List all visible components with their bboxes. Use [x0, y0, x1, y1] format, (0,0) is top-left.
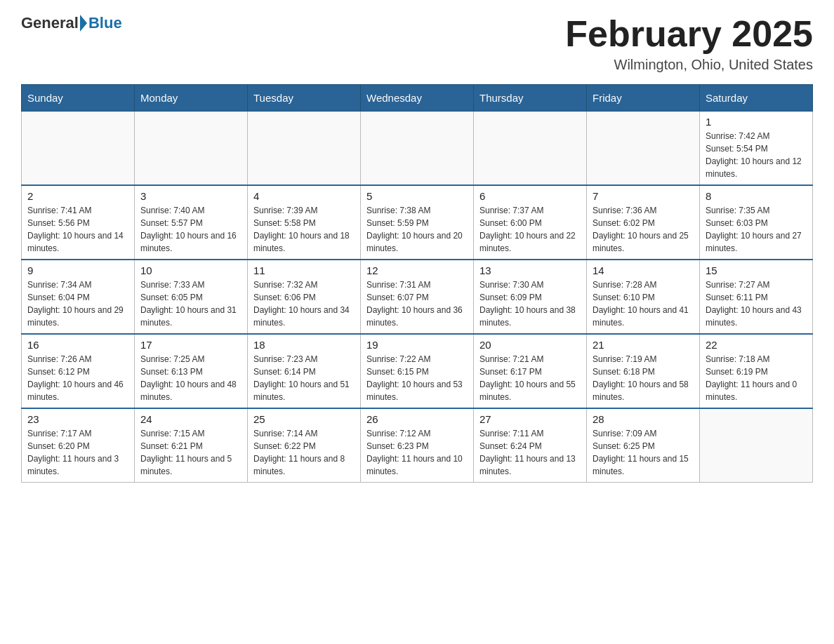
table-row: 26Sunrise: 7:12 AM Sunset: 6:23 PM Dayli…: [361, 408, 474, 483]
table-row: [248, 112, 361, 186]
day-number: 21: [593, 339, 694, 351]
col-saturday: Saturday: [700, 85, 813, 112]
day-info: Sunrise: 7:25 AM Sunset: 6:13 PM Dayligh…: [140, 353, 241, 403]
logo-arrow-icon: [80, 15, 87, 32]
day-number: 15: [706, 264, 807, 276]
table-row: 1Sunrise: 7:42 AM Sunset: 5:54 PM Daylig…: [700, 112, 813, 186]
day-number: 19: [366, 339, 468, 351]
table-row: 18Sunrise: 7:23 AM Sunset: 6:14 PM Dayli…: [248, 334, 361, 408]
day-info: Sunrise: 7:39 AM Sunset: 5:58 PM Dayligh…: [253, 204, 355, 255]
day-info: Sunrise: 7:42 AM Sunset: 5:54 PM Dayligh…: [706, 130, 807, 180]
table-row: 21Sunrise: 7:19 AM Sunset: 6:18 PM Dayli…: [587, 334, 700, 408]
logo: General Blue: [21, 14, 122, 32]
table-row: 13Sunrise: 7:30 AM Sunset: 6:09 PM Dayli…: [474, 260, 587, 334]
col-thursday: Thursday: [474, 85, 587, 112]
day-info: Sunrise: 7:15 AM Sunset: 6:21 PM Dayligh…: [140, 427, 241, 478]
day-info: Sunrise: 7:41 AM Sunset: 5:56 PM Dayligh…: [27, 204, 128, 255]
day-number: 20: [479, 339, 581, 351]
day-info: Sunrise: 7:33 AM Sunset: 6:05 PM Dayligh…: [140, 279, 241, 329]
table-row: 25Sunrise: 7:14 AM Sunset: 6:22 PM Dayli…: [248, 408, 361, 483]
page-title: February 2025: [565, 14, 813, 54]
calendar-week-row: 23Sunrise: 7:17 AM Sunset: 6:20 PM Dayli…: [22, 408, 813, 483]
table-row: 10Sunrise: 7:33 AM Sunset: 6:05 PM Dayli…: [135, 260, 248, 334]
table-row: 28Sunrise: 7:09 AM Sunset: 6:25 PM Dayli…: [587, 408, 700, 483]
day-info: Sunrise: 7:21 AM Sunset: 6:17 PM Dayligh…: [479, 353, 581, 403]
col-tuesday: Tuesday: [248, 85, 361, 112]
day-info: Sunrise: 7:09 AM Sunset: 6:25 PM Dayligh…: [593, 427, 694, 478]
day-info: Sunrise: 7:14 AM Sunset: 6:22 PM Dayligh…: [253, 427, 355, 478]
day-number: 1: [706, 116, 807, 128]
table-row: [361, 112, 474, 186]
table-row: 16Sunrise: 7:26 AM Sunset: 6:12 PM Dayli…: [22, 334, 135, 408]
day-number: 8: [706, 190, 807, 202]
table-row: 2Sunrise: 7:41 AM Sunset: 5:56 PM Daylig…: [22, 185, 135, 260]
table-row: 9Sunrise: 7:34 AM Sunset: 6:04 PM Daylig…: [22, 260, 135, 334]
calendar-week-row: 9Sunrise: 7:34 AM Sunset: 6:04 PM Daylig…: [22, 260, 813, 334]
day-info: Sunrise: 7:40 AM Sunset: 5:57 PM Dayligh…: [140, 204, 241, 255]
col-friday: Friday: [587, 85, 700, 112]
day-info: Sunrise: 7:34 AM Sunset: 6:04 PM Dayligh…: [27, 279, 128, 329]
day-number: 5: [366, 190, 468, 202]
day-number: 22: [706, 339, 807, 351]
day-number: 3: [140, 190, 241, 202]
table-row: 12Sunrise: 7:31 AM Sunset: 6:07 PM Dayli…: [361, 260, 474, 334]
table-row: 3Sunrise: 7:40 AM Sunset: 5:57 PM Daylig…: [135, 185, 248, 260]
table-row: 7Sunrise: 7:36 AM Sunset: 6:02 PM Daylig…: [587, 185, 700, 260]
day-number: 2: [27, 190, 128, 202]
table-row: [474, 112, 587, 186]
table-row: 8Sunrise: 7:35 AM Sunset: 6:03 PM Daylig…: [700, 185, 813, 260]
day-info: Sunrise: 7:17 AM Sunset: 6:20 PM Dayligh…: [27, 427, 128, 478]
day-number: 12: [366, 264, 468, 276]
day-number: 23: [27, 413, 128, 425]
logo-general: General: [21, 14, 79, 32]
day-number: 14: [593, 264, 694, 276]
table-row: 17Sunrise: 7:25 AM Sunset: 6:13 PM Dayli…: [135, 334, 248, 408]
col-wednesday: Wednesday: [361, 85, 474, 112]
calendar-week-row: 1Sunrise: 7:42 AM Sunset: 5:54 PM Daylig…: [22, 112, 813, 186]
day-number: 26: [366, 413, 468, 425]
table-row: [135, 112, 248, 186]
day-number: 7: [593, 190, 694, 202]
day-number: 9: [27, 264, 128, 276]
day-number: 11: [253, 264, 355, 276]
table-row: [700, 408, 813, 483]
table-row: 4Sunrise: 7:39 AM Sunset: 5:58 PM Daylig…: [248, 185, 361, 260]
day-info: Sunrise: 7:12 AM Sunset: 6:23 PM Dayligh…: [366, 427, 468, 478]
page-header: General Blue February 2025 Wilmington, O…: [21, 14, 813, 73]
day-number: 27: [479, 413, 581, 425]
table-row: [587, 112, 700, 186]
day-number: 25: [253, 413, 355, 425]
calendar-week-row: 16Sunrise: 7:26 AM Sunset: 6:12 PM Dayli…: [22, 334, 813, 408]
day-info: Sunrise: 7:28 AM Sunset: 6:10 PM Dayligh…: [593, 279, 694, 329]
day-info: Sunrise: 7:30 AM Sunset: 6:09 PM Dayligh…: [479, 279, 581, 329]
table-row: [22, 112, 135, 186]
day-info: Sunrise: 7:11 AM Sunset: 6:24 PM Dayligh…: [479, 427, 581, 478]
col-sunday: Sunday: [22, 85, 135, 112]
day-number: 18: [253, 339, 355, 351]
day-number: 6: [479, 190, 581, 202]
table-row: 11Sunrise: 7:32 AM Sunset: 6:06 PM Dayli…: [248, 260, 361, 334]
day-number: 28: [593, 413, 694, 425]
table-row: 19Sunrise: 7:22 AM Sunset: 6:15 PM Dayli…: [361, 334, 474, 408]
logo-blue: Blue: [88, 14, 122, 32]
table-row: 5Sunrise: 7:38 AM Sunset: 5:59 PM Daylig…: [361, 185, 474, 260]
table-row: 22Sunrise: 7:18 AM Sunset: 6:19 PM Dayli…: [700, 334, 813, 408]
table-row: 6Sunrise: 7:37 AM Sunset: 6:00 PM Daylig…: [474, 185, 587, 260]
col-monday: Monday: [135, 85, 248, 112]
day-info: Sunrise: 7:19 AM Sunset: 6:18 PM Dayligh…: [593, 353, 694, 403]
day-info: Sunrise: 7:36 AM Sunset: 6:02 PM Dayligh…: [593, 204, 694, 255]
calendar-table: Sunday Monday Tuesday Wednesday Thursday…: [21, 84, 813, 483]
day-info: Sunrise: 7:22 AM Sunset: 6:15 PM Dayligh…: [366, 353, 468, 403]
day-number: 24: [140, 413, 241, 425]
day-number: 10: [140, 264, 241, 276]
table-row: 23Sunrise: 7:17 AM Sunset: 6:20 PM Dayli…: [22, 408, 135, 483]
day-info: Sunrise: 7:27 AM Sunset: 6:11 PM Dayligh…: [706, 279, 807, 329]
day-info: Sunrise: 7:32 AM Sunset: 6:06 PM Dayligh…: [253, 279, 355, 329]
day-number: 16: [27, 339, 128, 351]
calendar-header-row: Sunday Monday Tuesday Wednesday Thursday…: [22, 85, 813, 112]
page-subtitle: Wilmington, Ohio, United States: [565, 57, 813, 73]
day-info: Sunrise: 7:37 AM Sunset: 6:00 PM Dayligh…: [479, 204, 581, 255]
table-row: 15Sunrise: 7:27 AM Sunset: 6:11 PM Dayli…: [700, 260, 813, 334]
table-row: 14Sunrise: 7:28 AM Sunset: 6:10 PM Dayli…: [587, 260, 700, 334]
day-info: Sunrise: 7:23 AM Sunset: 6:14 PM Dayligh…: [253, 353, 355, 403]
